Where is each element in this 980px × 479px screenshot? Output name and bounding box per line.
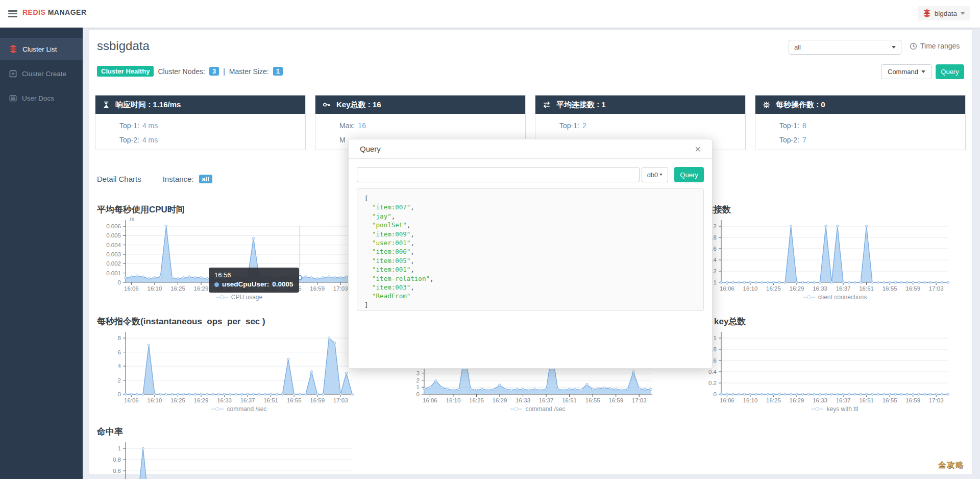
series-dot-icon — [214, 282, 219, 287]
cpu-chart-legend[interactable]: CPU usage — [126, 294, 352, 301]
keysttl-chart-title: key总数 — [714, 316, 746, 327]
svg-text:16:25: 16:25 — [469, 397, 484, 403]
instance-select[interactable]: all — [789, 40, 901, 55]
svg-text:16:25: 16:25 — [170, 285, 185, 292]
svg-text:0.8: 0.8 — [113, 457, 121, 463]
stat-row-value: 4 ms — [142, 136, 158, 144]
sidebar-item-user-docs[interactable]: User Docs — [0, 87, 83, 109]
user-menu-button[interactable]: bigdata — [918, 6, 970, 20]
svg-text:2: 2 — [118, 377, 121, 384]
query-result-json: [ "item:007", "jay", "poolSet", "item:00… — [364, 194, 696, 309]
svg-text:16:33: 16:33 — [516, 397, 530, 403]
svg-text:0: 0 — [714, 391, 717, 397]
svg-text:16:59: 16:59 — [310, 285, 325, 292]
query-button[interactable]: Query — [936, 64, 964, 79]
close-icon[interactable]: × — [695, 144, 701, 154]
stat-row-value: 7 — [802, 136, 806, 144]
svg-text:17:03: 17:03 — [929, 397, 944, 403]
tooltip-value: 0.0005 — [272, 279, 293, 290]
instance-select-value: all — [794, 43, 801, 51]
gear-icon — [763, 101, 770, 109]
stat-card-header: 响应时间 : 1.16/ms — [95, 95, 305, 114]
stat-card-title: Key总数 : 16 — [336, 100, 381, 110]
svg-text:2: 2 — [714, 223, 717, 229]
ops-chart-legend[interactable]: command /sec — [126, 405, 352, 413]
svg-text:16:25: 16:25 — [170, 397, 185, 403]
svg-text:16:33: 16:33 — [813, 285, 827, 292]
svg-text:0: 0 — [416, 391, 420, 397]
time-ranges-button[interactable]: Time ranges — [910, 42, 960, 50]
stat-card-body: Top-1:2 — [535, 114, 745, 133]
key-icon — [323, 101, 331, 109]
stat-row-value: 2 — [582, 122, 586, 130]
svg-text:16:29: 16:29 — [790, 285, 804, 292]
svg-text:16:06: 16:06 — [124, 285, 139, 292]
query-input[interactable] — [357, 167, 640, 182]
svg-text:16:37: 16:37 — [240, 397, 255, 403]
svg-text:16:10: 16:10 — [148, 285, 162, 292]
query-modal-header: Query × — [349, 139, 712, 159]
svg-text:/s: /s — [130, 216, 134, 222]
svg-text:16:25: 16:25 — [766, 285, 781, 292]
swap-arrows-icon — [543, 101, 551, 109]
svg-text:16:55: 16:55 — [883, 397, 897, 403]
svg-text:4: 4 — [118, 363, 121, 369]
keysttl-chart-legend[interactable]: keys with ttl — [721, 405, 948, 413]
chevron-down-icon — [659, 174, 663, 176]
svg-text:17:03: 17:03 — [333, 285, 348, 292]
hitrate-chart-title: 命中率 — [97, 426, 123, 438]
connections-chart[interactable]: 连接数11.21.41.61.8216:0616:1016:2516:2916:… — [693, 201, 958, 305]
svg-text:6: 6 — [118, 349, 121, 355]
svg-text:0.6: 0.6 — [113, 468, 121, 474]
hitrate-chart[interactable]: 命中率00.20.40.60.8116:0616:1016:2516:2916:… — [97, 423, 362, 479]
master-size-badge: 1 — [273, 67, 283, 76]
svg-text:0.001: 0.001 — [106, 270, 121, 276]
stat-card-header: 每秒操作数 : 0 — [755, 95, 965, 114]
svg-text:0.006: 0.006 — [106, 223, 121, 229]
sidebar: Cluster List Cluster Create User Docs — [0, 28, 83, 479]
svg-text:16:10: 16:10 — [743, 285, 758, 292]
svg-text:17:03: 17:03 — [632, 397, 647, 403]
brand-redis: REDIS — [22, 8, 45, 16]
svg-text:16:10: 16:10 — [743, 397, 758, 403]
sidebar-item-label: User Docs — [22, 94, 54, 102]
svg-text:16:10: 16:10 — [148, 397, 162, 403]
svg-text:16:06: 16:06 — [720, 397, 734, 403]
svg-text:16:10: 16:10 — [446, 397, 461, 403]
mid-chart-legend[interactable]: command /sec — [424, 405, 651, 413]
ops-chart[interactable]: 每秒指令数(instantaneous_ops_per_sec )0246816… — [97, 313, 362, 417]
command-dropdown-button[interactable]: Command — [881, 64, 932, 79]
hamburger-menu-icon[interactable] — [8, 10, 17, 17]
chevron-down-icon — [921, 70, 925, 73]
keysttl-chart[interactable]: key总数00.20.40.60.8116:0616:1016:2516:291… — [693, 313, 958, 417]
modal-query-button[interactable]: Query — [674, 167, 704, 182]
clock-icon — [910, 42, 917, 50]
svg-text:3: 3 — [416, 370, 420, 376]
connections-chart-legend[interactable]: client connections — [721, 294, 948, 301]
svg-text:0: 0 — [118, 279, 121, 285]
db-select[interactable]: db0 — [642, 167, 668, 182]
instance-label: Instance: — [163, 175, 194, 183]
svg-text:0.2: 0.2 — [708, 380, 717, 386]
svg-text:16:59: 16:59 — [608, 397, 623, 403]
svg-text:2: 2 — [416, 377, 420, 384]
svg-text:16:37: 16:37 — [836, 397, 851, 403]
sidebar-item-cluster-list[interactable]: Cluster List — [0, 38, 83, 60]
sidebar-item-cluster-create[interactable]: Cluster Create — [0, 62, 83, 85]
svg-text:0.003: 0.003 — [106, 251, 121, 257]
stat-row-label: Top-2: — [779, 136, 799, 144]
app-brand: REDIS MANAGER — [22, 8, 87, 16]
svg-text:1: 1 — [714, 279, 717, 285]
ops-chart-title: 每秒指令数(instantaneous_ops_per_sec ) — [97, 316, 265, 327]
query-input-group: db0 Query — [357, 167, 704, 182]
svg-text:0.002: 0.002 — [106, 260, 121, 267]
svg-text:16:06: 16:06 — [124, 397, 139, 403]
tooltip-series: usedCpuUser: — [222, 279, 269, 290]
plus-square-icon — [9, 70, 17, 78]
cluster-nodes-label: Cluster Nodes: — [158, 67, 205, 76]
cluster-status-row: Cluster Healthy Cluster Nodes: 3 | Maste… — [97, 66, 283, 77]
docs-list-icon — [9, 94, 17, 102]
svg-text:16:06: 16:06 — [423, 397, 437, 403]
svg-text:16:59: 16:59 — [905, 285, 920, 292]
detail-charts-label: Detail Charts — [97, 175, 141, 183]
